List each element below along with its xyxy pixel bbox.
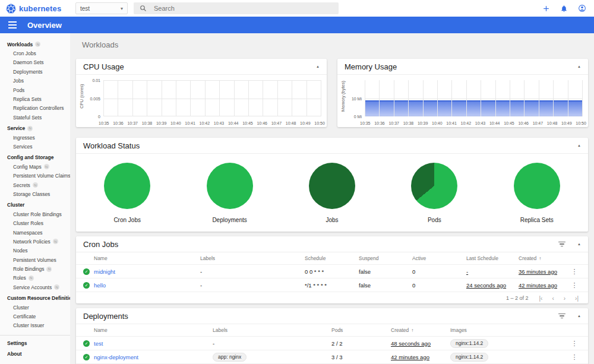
sidebar-item-custom-resource-definitions[interactable]: Custom Resource Definitions: [0, 294, 70, 303]
gridline: [582, 80, 583, 116]
sidebar-item-persistent-volume-claims[interactable]: Persistent Volume ClaimsN: [0, 171, 70, 180]
sidebar-item-pods[interactable]: Pods: [0, 86, 70, 94]
pods-pie-chart[interactable]: [411, 163, 457, 209]
sidebar-item-label: Config and Storage: [7, 154, 53, 160]
filter-icon[interactable]: [558, 314, 565, 319]
column-header-name[interactable]: Name: [94, 255, 200, 261]
gridline: [379, 80, 380, 116]
image-chip: nginx:1.14.2: [450, 339, 488, 348]
column-header-last-schedule[interactable]: Last Schedule: [466, 255, 519, 261]
column-header-pods[interactable]: Pods: [331, 327, 391, 333]
status-cell: ✓: [83, 281, 94, 289]
replica-sets-pie-chart[interactable]: [514, 163, 560, 209]
column-header-schedule[interactable]: Schedule: [305, 255, 359, 261]
x-tick-label: 10:40: [432, 121, 443, 125]
collapse-icon[interactable]: ▲: [577, 242, 581, 246]
gridline: [466, 80, 467, 116]
column-header-labels[interactable]: Labels: [213, 327, 331, 333]
collapse-icon[interactable]: ▲: [577, 65, 581, 68]
table-row: ✓test-2 / 248 seconds agonginx:1.14.2⋮: [76, 337, 588, 350]
sidebar-item-about[interactable]: About: [0, 350, 70, 359]
sidebar-item-cluster-roles[interactable]: Cluster Roles: [0, 219, 70, 227]
account-icon[interactable]: [578, 4, 586, 12]
deployments-pie-chart[interactable]: [207, 163, 253, 209]
sidebar-item-services[interactable]: Services: [0, 142, 70, 151]
namespace-select[interactable]: test ▾: [75, 2, 128, 14]
column-header-images[interactable]: Images: [450, 327, 567, 333]
last-page-icon[interactable]: ›|: [575, 295, 579, 302]
column-header-name[interactable]: Name: [94, 327, 213, 333]
kebab-menu-icon[interactable]: ⋮: [567, 340, 582, 347]
sidebar-item-daemon-sets[interactable]: Daemon Sets: [0, 58, 70, 67]
kebab-menu-icon[interactable]: ⋮: [567, 353, 582, 361]
sidebar-item-certificate[interactable]: Certificate: [0, 312, 70, 321]
column-header-active[interactable]: Active: [412, 255, 466, 261]
sidebar-item-network-policies[interactable]: Network PoliciesN: [0, 237, 70, 246]
sidebar-item-namespaces[interactable]: Namespaces: [0, 228, 70, 237]
column-header-labels[interactable]: Labels: [200, 255, 305, 261]
x-tick-label: 10:37: [127, 121, 138, 125]
collapse-icon[interactable]: ▲: [316, 65, 320, 68]
kebab-menu-icon[interactable]: ⋮: [567, 281, 582, 289]
add-icon[interactable]: [542, 5, 550, 12]
sidebar-item-cluster[interactable]: Cluster: [0, 303, 70, 312]
sidebar-item-config-and-storage[interactable]: Config and Storage: [0, 153, 70, 162]
chevron-down-icon: ▾: [121, 6, 123, 11]
workload-status-pie-deployments: Deployments: [207, 163, 253, 223]
cron-jobs-pie-chart[interactable]: [104, 163, 150, 209]
kebab-menu-icon[interactable]: ⋮: [567, 268, 582, 276]
column-header-created[interactable]: Created↑: [519, 255, 567, 261]
sidebar-item-jobs[interactable]: Jobs: [0, 77, 70, 86]
status-cell: ✓: [83, 340, 94, 347]
filter-icon[interactable]: [558, 242, 565, 247]
sidebar-item-nodes[interactable]: Nodes: [0, 246, 70, 255]
sidebar-item-role-bindings[interactable]: Role BindingsN: [0, 264, 70, 273]
cron-job-name-link[interactable]: hello: [94, 282, 200, 289]
sidebar-item-storage-classes[interactable]: Storage Classes: [0, 189, 70, 198]
deployment-name-link[interactable]: test: [94, 340, 213, 347]
sidebar-item-cron-jobs[interactable]: Cron Jobs: [0, 49, 70, 58]
namespaced-badge: N: [27, 126, 33, 131]
sidebar-item-stateful-sets[interactable]: Stateful Sets: [0, 113, 70, 122]
gridline: [118, 80, 118, 116]
labels-cell: -: [213, 340, 331, 347]
gridline: [553, 80, 554, 116]
sidebar-item-roles[interactable]: RolesN: [0, 274, 70, 283]
sidebar-item-cluster[interactable]: Cluster: [0, 201, 70, 210]
page-nav-title: Overview: [27, 21, 62, 30]
collapse-icon[interactable]: ▲: [577, 144, 581, 147]
sidebar-item-settings[interactable]: Settings: [0, 338, 70, 347]
sidebar-item-service[interactable]: ServiceN: [0, 124, 70, 133]
sidebar-item-deployments[interactable]: Deployments: [0, 67, 70, 76]
jobs-pie-chart[interactable]: [309, 163, 355, 209]
sidebar-item-config-maps[interactable]: Config MapsN: [0, 162, 70, 171]
sidebar-item-cluster-role-bindings[interactable]: Cluster Role Bindings: [0, 210, 70, 219]
sidebar-item-persistent-volumes[interactable]: Persistent Volumes: [0, 255, 70, 264]
menu-icon[interactable]: [8, 21, 17, 29]
collapse-icon[interactable]: ▲: [577, 314, 581, 318]
column-header-created[interactable]: Created↑: [391, 327, 450, 333]
sidebar-item-label: Roles: [13, 275, 26, 281]
search-input[interactable]: Search: [134, 2, 339, 14]
deployment-name-link[interactable]: nginx-deployment: [94, 354, 213, 360]
sidebar-item-replication-controllers[interactable]: Replication Controllers: [0, 104, 70, 113]
notifications-icon[interactable]: [560, 5, 568, 12]
gridline: [307, 80, 307, 116]
brand[interactable]: kubernetes: [0, 4, 70, 14]
prev-page-icon[interactable]: ‹: [552, 295, 554, 302]
charts-row: CPU Usage ▲ CPU (cores) 0.01 0.005 0 10:…: [76, 59, 588, 127]
sidebar-item-ingresses[interactable]: Ingresses: [0, 133, 70, 142]
cron-job-name-link[interactable]: midnight: [94, 268, 200, 275]
search-placeholder: Search: [154, 5, 175, 12]
sidebar-item-service-accounts[interactable]: Service AccountsN: [0, 283, 70, 292]
sidebar-item-secrets[interactable]: SecretsN: [0, 181, 70, 189]
first-page-icon[interactable]: |‹: [539, 295, 542, 302]
gridline: [162, 80, 162, 116]
y-tick-label: 10 Mi: [352, 96, 362, 100]
sidebar-item-replica-sets[interactable]: Replica Sets: [0, 94, 70, 103]
sidebar-item-workloads[interactable]: WorkloadsN: [0, 40, 70, 49]
workload-status-pies: Cron JobsDeploymentsJobsPodsReplica Sets: [76, 154, 588, 223]
column-header-suspend[interactable]: Suspend: [359, 255, 412, 261]
sidebar-item-cluster-issuer[interactable]: Cluster Issuer: [0, 321, 70, 330]
next-page-icon[interactable]: ›: [564, 295, 565, 302]
